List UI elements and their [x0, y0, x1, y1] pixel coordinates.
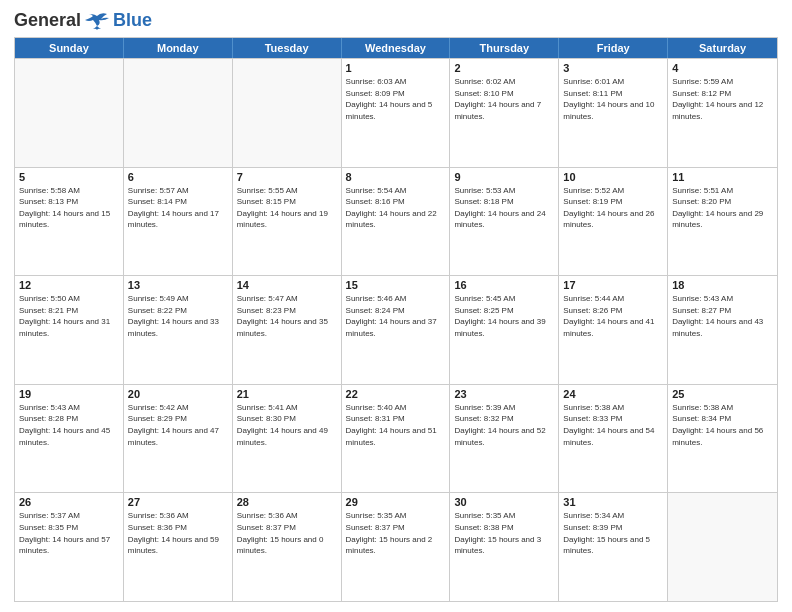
- day-number: 11: [672, 171, 773, 183]
- day-number: 2: [454, 62, 554, 74]
- day-info: Sunrise: 6:01 AMSunset: 8:11 PMDaylight:…: [563, 76, 663, 122]
- weekday-header-wednesday: Wednesday: [342, 38, 451, 58]
- day-cell-15: 15Sunrise: 5:46 AMSunset: 8:24 PMDayligh…: [342, 276, 451, 384]
- day-number: 22: [346, 388, 446, 400]
- day-cell-3: 3Sunrise: 6:01 AMSunset: 8:11 PMDaylight…: [559, 59, 668, 167]
- weekday-header-monday: Monday: [124, 38, 233, 58]
- day-info: Sunrise: 5:34 AMSunset: 8:39 PMDaylight:…: [563, 510, 663, 556]
- day-cell-22: 22Sunrise: 5:40 AMSunset: 8:31 PMDayligh…: [342, 385, 451, 493]
- day-cell-11: 11Sunrise: 5:51 AMSunset: 8:20 PMDayligh…: [668, 168, 777, 276]
- day-info: Sunrise: 5:37 AMSunset: 8:35 PMDaylight:…: [19, 510, 119, 556]
- day-cell-4: 4Sunrise: 5:59 AMSunset: 8:12 PMDaylight…: [668, 59, 777, 167]
- day-number: 5: [19, 171, 119, 183]
- empty-cell: [233, 59, 342, 167]
- day-cell-17: 17Sunrise: 5:44 AMSunset: 8:26 PMDayligh…: [559, 276, 668, 384]
- logo-bird-icon: [83, 12, 111, 30]
- day-cell-25: 25Sunrise: 5:38 AMSunset: 8:34 PMDayligh…: [668, 385, 777, 493]
- logo-general-text: General: [14, 10, 81, 31]
- day-cell-30: 30Sunrise: 5:35 AMSunset: 8:38 PMDayligh…: [450, 493, 559, 601]
- day-info: Sunrise: 5:47 AMSunset: 8:23 PMDaylight:…: [237, 293, 337, 339]
- day-cell-27: 27Sunrise: 5:36 AMSunset: 8:36 PMDayligh…: [124, 493, 233, 601]
- day-number: 8: [346, 171, 446, 183]
- day-info: Sunrise: 5:36 AMSunset: 8:36 PMDaylight:…: [128, 510, 228, 556]
- day-cell-16: 16Sunrise: 5:45 AMSunset: 8:25 PMDayligh…: [450, 276, 559, 384]
- day-number: 20: [128, 388, 228, 400]
- day-info: Sunrise: 5:35 AMSunset: 8:38 PMDaylight:…: [454, 510, 554, 556]
- calendar-body: 1Sunrise: 6:03 AMSunset: 8:09 PMDaylight…: [15, 58, 777, 601]
- day-info: Sunrise: 5:35 AMSunset: 8:37 PMDaylight:…: [346, 510, 446, 556]
- day-cell-20: 20Sunrise: 5:42 AMSunset: 8:29 PMDayligh…: [124, 385, 233, 493]
- day-info: Sunrise: 5:51 AMSunset: 8:20 PMDaylight:…: [672, 185, 773, 231]
- day-cell-28: 28Sunrise: 5:36 AMSunset: 8:37 PMDayligh…: [233, 493, 342, 601]
- day-number: 1: [346, 62, 446, 74]
- day-info: Sunrise: 5:43 AMSunset: 8:27 PMDaylight:…: [672, 293, 773, 339]
- page: General Blue SundayMondayTuesdayWednesda…: [0, 0, 792, 612]
- day-cell-2: 2Sunrise: 6:02 AMSunset: 8:10 PMDaylight…: [450, 59, 559, 167]
- day-info: Sunrise: 5:41 AMSunset: 8:30 PMDaylight:…: [237, 402, 337, 448]
- day-number: 31: [563, 496, 663, 508]
- day-cell-23: 23Sunrise: 5:39 AMSunset: 8:32 PMDayligh…: [450, 385, 559, 493]
- day-info: Sunrise: 5:39 AMSunset: 8:32 PMDaylight:…: [454, 402, 554, 448]
- day-number: 29: [346, 496, 446, 508]
- day-number: 10: [563, 171, 663, 183]
- day-cell-5: 5Sunrise: 5:58 AMSunset: 8:13 PMDaylight…: [15, 168, 124, 276]
- day-number: 24: [563, 388, 663, 400]
- empty-cell: [15, 59, 124, 167]
- day-info: Sunrise: 5:36 AMSunset: 8:37 PMDaylight:…: [237, 510, 337, 556]
- calendar-week-2: 5Sunrise: 5:58 AMSunset: 8:13 PMDaylight…: [15, 167, 777, 276]
- day-cell-26: 26Sunrise: 5:37 AMSunset: 8:35 PMDayligh…: [15, 493, 124, 601]
- day-info: Sunrise: 5:45 AMSunset: 8:25 PMDaylight:…: [454, 293, 554, 339]
- day-number: 23: [454, 388, 554, 400]
- day-number: 3: [563, 62, 663, 74]
- calendar-week-3: 12Sunrise: 5:50 AMSunset: 8:21 PMDayligh…: [15, 275, 777, 384]
- day-cell-12: 12Sunrise: 5:50 AMSunset: 8:21 PMDayligh…: [15, 276, 124, 384]
- day-info: Sunrise: 5:38 AMSunset: 8:34 PMDaylight:…: [672, 402, 773, 448]
- day-number: 27: [128, 496, 228, 508]
- day-info: Sunrise: 5:46 AMSunset: 8:24 PMDaylight:…: [346, 293, 446, 339]
- day-info: Sunrise: 5:43 AMSunset: 8:28 PMDaylight:…: [19, 402, 119, 448]
- empty-cell: [124, 59, 233, 167]
- day-number: 17: [563, 279, 663, 291]
- weekday-header-thursday: Thursday: [450, 38, 559, 58]
- day-number: 18: [672, 279, 773, 291]
- header: General Blue: [14, 10, 778, 31]
- calendar-header: SundayMondayTuesdayWednesdayThursdayFrid…: [15, 38, 777, 58]
- day-info: Sunrise: 5:38 AMSunset: 8:33 PMDaylight:…: [563, 402, 663, 448]
- day-number: 28: [237, 496, 337, 508]
- day-cell-29: 29Sunrise: 5:35 AMSunset: 8:37 PMDayligh…: [342, 493, 451, 601]
- day-info: Sunrise: 5:58 AMSunset: 8:13 PMDaylight:…: [19, 185, 119, 231]
- weekday-header-sunday: Sunday: [15, 38, 124, 58]
- day-cell-8: 8Sunrise: 5:54 AMSunset: 8:16 PMDaylight…: [342, 168, 451, 276]
- day-number: 30: [454, 496, 554, 508]
- empty-cell: [668, 493, 777, 601]
- weekday-header-friday: Friday: [559, 38, 668, 58]
- day-number: 26: [19, 496, 119, 508]
- day-info: Sunrise: 5:49 AMSunset: 8:22 PMDaylight:…: [128, 293, 228, 339]
- day-cell-9: 9Sunrise: 5:53 AMSunset: 8:18 PMDaylight…: [450, 168, 559, 276]
- day-info: Sunrise: 5:53 AMSunset: 8:18 PMDaylight:…: [454, 185, 554, 231]
- calendar: SundayMondayTuesdayWednesdayThursdayFrid…: [14, 37, 778, 602]
- day-number: 14: [237, 279, 337, 291]
- day-number: 15: [346, 279, 446, 291]
- day-number: 6: [128, 171, 228, 183]
- day-number: 9: [454, 171, 554, 183]
- day-info: Sunrise: 6:03 AMSunset: 8:09 PMDaylight:…: [346, 76, 446, 122]
- day-info: Sunrise: 5:52 AMSunset: 8:19 PMDaylight:…: [563, 185, 663, 231]
- day-cell-18: 18Sunrise: 5:43 AMSunset: 8:27 PMDayligh…: [668, 276, 777, 384]
- calendar-week-5: 26Sunrise: 5:37 AMSunset: 8:35 PMDayligh…: [15, 492, 777, 601]
- day-number: 7: [237, 171, 337, 183]
- day-info: Sunrise: 5:40 AMSunset: 8:31 PMDaylight:…: [346, 402, 446, 448]
- day-cell-24: 24Sunrise: 5:38 AMSunset: 8:33 PMDayligh…: [559, 385, 668, 493]
- day-info: Sunrise: 6:02 AMSunset: 8:10 PMDaylight:…: [454, 76, 554, 122]
- day-number: 16: [454, 279, 554, 291]
- day-info: Sunrise: 5:54 AMSunset: 8:16 PMDaylight:…: [346, 185, 446, 231]
- logo-blue-text: Blue: [113, 10, 152, 31]
- weekday-header-tuesday: Tuesday: [233, 38, 342, 58]
- day-cell-1: 1Sunrise: 6:03 AMSunset: 8:09 PMDaylight…: [342, 59, 451, 167]
- day-info: Sunrise: 5:44 AMSunset: 8:26 PMDaylight:…: [563, 293, 663, 339]
- day-number: 21: [237, 388, 337, 400]
- calendar-week-4: 19Sunrise: 5:43 AMSunset: 8:28 PMDayligh…: [15, 384, 777, 493]
- day-number: 19: [19, 388, 119, 400]
- day-number: 4: [672, 62, 773, 74]
- calendar-week-1: 1Sunrise: 6:03 AMSunset: 8:09 PMDaylight…: [15, 58, 777, 167]
